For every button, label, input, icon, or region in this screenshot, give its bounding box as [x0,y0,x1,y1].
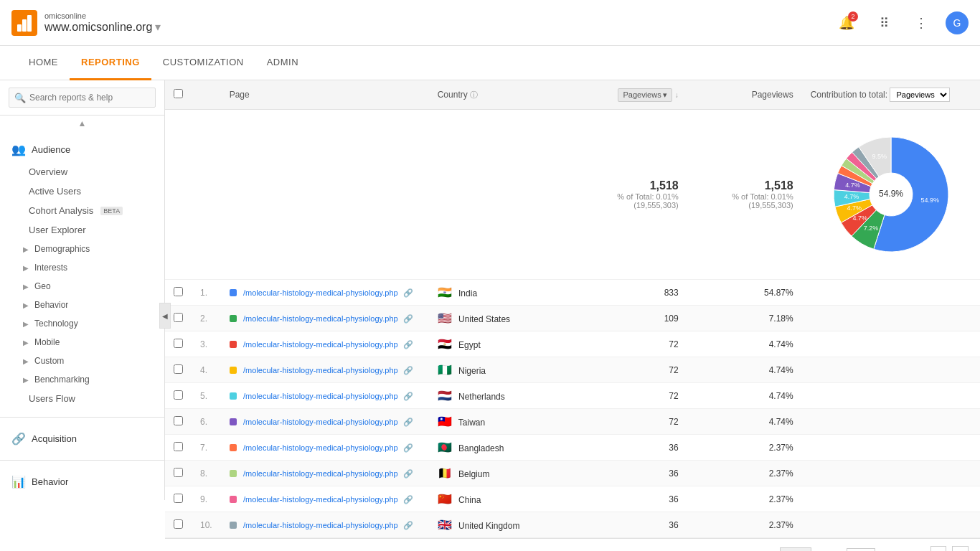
apps-button[interactable]: ⠿ [871,10,897,36]
search-input[interactable] [9,88,156,108]
table-row: 6. /molecular-histology-medical-physiolo… [165,409,980,435]
row-country: 🇮🇳 India [429,280,573,306]
row-country: 🇧🇩 Bangladesh [429,435,573,461]
site-dropdown-icon[interactable]: ▾ [155,20,161,34]
page-link[interactable]: /molecular-histology-medical-physiology.… [243,443,398,452]
th-checkbox [165,80,192,110]
table-header-row: Page Country ⓘ Pageviews ▾ ↓ [165,80,980,110]
pageviews-sort-button[interactable]: Pageviews ▾ [618,88,672,102]
country-name: India [458,288,477,298]
nav-admin[interactable]: ADMIN [255,46,310,80]
chevron-icon: ▶ [23,301,29,309]
row-page: /molecular-histology-medical-physiology.… [221,486,429,512]
more-options-button[interactable]: ⋮ [908,10,934,36]
external-link-icon[interactable]: 🔗 [403,469,413,478]
avatar[interactable]: G [946,11,969,34]
nav-home[interactable]: HOME [17,46,70,80]
page-dot [230,315,237,322]
page-link[interactable]: /molecular-histology-medical-physiology.… [243,392,398,400]
sidebar-acquisition-header[interactable]: 🔗 Acquisition [0,426,164,451]
page-link[interactable]: /molecular-histology-medical-physiology.… [243,495,398,504]
sidebar-item-cohort-analysis[interactable]: Cohort Analysis BETA [0,201,164,220]
external-link-icon[interactable]: 🔗 [403,340,413,349]
sidebar-item-behavior[interactable]: ▶ Behavior [0,296,164,314]
row-checkbox[interactable] [165,512,192,538]
sidebar-item-demographics[interactable]: ▶ Demographics [0,240,164,258]
search-wrap: 🔍 [9,88,156,108]
table-row: 8. /molecular-histology-medical-physiolo… [165,461,980,486]
row-checkbox[interactable] [165,383,192,409]
sidebar-scroll-up[interactable]: ▲ [0,116,164,131]
row-checkbox[interactable] [165,435,192,461]
row-num: 6. [192,409,221,435]
row-checkbox[interactable] [165,357,192,383]
sort-desc-icon[interactable]: ↓ [675,91,679,99]
goto-input[interactable] [847,548,875,551]
row-checkbox[interactable] [165,280,192,306]
sidebar-item-overview[interactable]: Overview [0,162,164,182]
sidebar-item-interests[interactable]: ▶ Interests [0,258,164,277]
page-link[interactable]: /molecular-histology-medical-physiology.… [243,521,398,529]
nav-reporting[interactable]: REPORTING [70,46,151,80]
chevron-icon: ▶ [23,339,29,347]
sidebar-item-users-flow[interactable]: Users Flow [0,389,164,408]
row-pv2: 2.37% [687,512,802,538]
country-flag: 🇹🇼 [438,415,452,428]
show-rows-select[interactable]: 10 [780,547,811,551]
pie-label-10: 9.5% [872,153,887,160]
summary-row: 1,518 % of Total: 0.01% (19,555,303) 1,5… [165,110,980,280]
sidebar-item-geo[interactable]: ▶ Geo [0,277,164,296]
page-link[interactable]: /molecular-histology-medical-physiology.… [243,418,398,426]
row-pv1: 72 [573,409,687,435]
sidebar-item-technology[interactable]: ▶ Technology [0,314,164,333]
notifications-button[interactable]: 🔔 2 [834,10,859,36]
sidebar-item-custom[interactable]: ▶ Custom [0,352,164,370]
select-all-checkbox[interactable] [174,89,183,98]
row-num: 4. [192,357,221,383]
page-link[interactable]: /molecular-histology-medical-physiology.… [243,340,398,349]
page-link[interactable]: /molecular-histology-medical-physiology.… [243,469,398,478]
page-link[interactable]: /molecular-histology-medical-physiology.… [243,366,398,375]
pie-label-3: 4.7% [847,204,862,212]
external-link-icon[interactable]: 🔗 [403,443,413,452]
sidebar-collapse-button[interactable]: ◀ [159,303,171,329]
sidebar-audience-header[interactable]: 👥 Audience [0,137,164,162]
page-link[interactable]: /molecular-histology-medical-physiology.… [243,314,398,323]
row-pv1: 72 [573,357,687,383]
external-link-icon[interactable]: 🔗 [403,288,413,297]
next-page-button[interactable]: › [952,546,969,551]
row-page: /molecular-histology-medical-physiology.… [221,435,429,461]
sidebar-section-audience: 👥 Audience Overview Active Users Cohort … [0,131,164,414]
sidebar: 🔍 ▲ 👥 Audience Overview Active Users [0,80,165,500]
external-link-icon[interactable]: 🔗 [403,495,413,504]
chevron-icon: ▶ [23,245,29,253]
row-checkbox[interactable] [165,486,192,512]
external-link-icon[interactable]: 🔗 [403,418,413,426]
sidebar-behavior-header[interactable]: 📊 Behavior [0,469,164,494]
external-link-icon[interactable]: 🔗 [403,521,413,529]
row-num: 10. [192,512,221,538]
page-dot [230,289,237,296]
audience-label: Audience [32,144,70,155]
external-link-icon[interactable]: 🔗 [403,314,413,323]
pie-chart: 54.9%7.2%4.7%4.7%4.7%4.7%9.5%54.9% [826,130,956,259]
nav-customization[interactable]: CUSTOMIZATION [151,46,255,80]
page-link[interactable]: /molecular-histology-medical-physiology.… [243,288,398,297]
pie-label-0: 54.9% [920,197,939,204]
row-checkbox[interactable] [165,409,192,435]
chevron-icon: ▶ [23,283,29,291]
sidebar-item-benchmarking[interactable]: ▶ Benchmarking [0,370,164,389]
external-link-icon[interactable]: 🔗 [403,366,413,375]
external-link-icon[interactable]: 🔗 [403,392,413,400]
row-checkbox[interactable] [165,461,192,486]
country-info-icon[interactable]: ⓘ [470,90,478,99]
sidebar-section-acquisition: 🔗 Acquisition [0,420,164,457]
sidebar-item-user-explorer[interactable]: User Explorer [0,220,164,240]
row-page: /molecular-histology-medical-physiology.… [221,357,429,383]
row-checkbox[interactable] [165,331,192,357]
contribution-metric-select[interactable]: Pageviews [890,88,950,102]
sidebar-item-mobile[interactable]: ▶ Mobile [0,333,164,352]
sidebar-item-active-users[interactable]: Active Users [0,182,164,201]
row-pv2: 4.74% [687,357,802,383]
prev-page-button[interactable]: ‹ [930,546,947,551]
